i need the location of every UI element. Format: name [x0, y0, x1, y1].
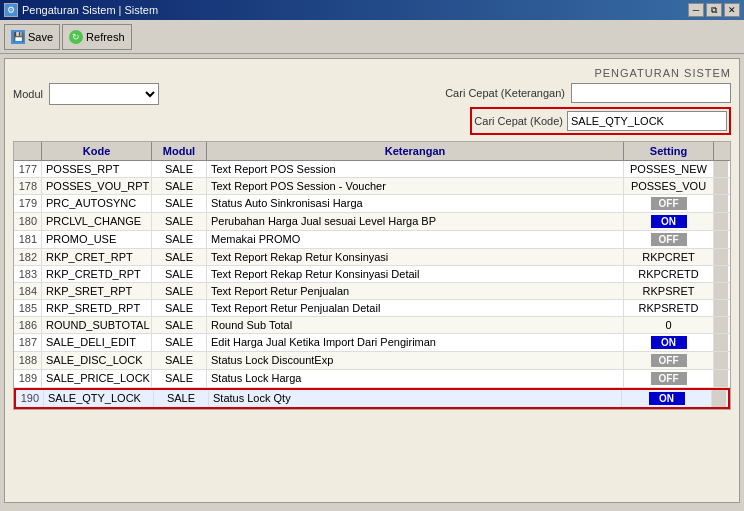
table-row[interactable]: 180 PRCLVL_CHANGE SALE Perubahan Harga J…	[14, 213, 730, 231]
table-row[interactable]: 183 RKP_CRETD_RPT SALE Text Report Rekap…	[14, 266, 730, 283]
cell-num: 178	[14, 178, 42, 194]
save-icon: 💾	[11, 30, 25, 44]
table-row[interactable]: 189 SALE_PRICE_LOCK SALE Status Lock Har…	[14, 370, 730, 388]
cell-num: 177	[14, 161, 42, 177]
cell-setting: OFF	[624, 370, 714, 387]
cell-kode: RKP_SRETD_RPT	[42, 300, 152, 316]
modul-select[interactable]	[49, 83, 159, 105]
cell-modul: SALE	[152, 283, 207, 299]
setting-text: RKPSRET	[643, 285, 695, 297]
cari-kode-input[interactable]	[567, 111, 727, 131]
refresh-icon: ↻	[69, 30, 83, 44]
cell-kode: RKP_SRET_RPT	[42, 283, 152, 299]
cell-scroll	[714, 178, 728, 194]
setting-badge-off: OFF	[651, 354, 687, 367]
setting-text: RKPCRETD	[638, 268, 699, 280]
table-row[interactable]: 177 POSSES_RPT SALE Text Report POS Sess…	[14, 161, 730, 178]
cell-scroll	[714, 352, 728, 369]
form-area: Modul Cari Cepat (Keterangan) Cari Cepat…	[13, 83, 731, 135]
refresh-label: Refresh	[86, 31, 125, 43]
cell-setting: OFF	[624, 195, 714, 212]
cell-num: 182	[14, 249, 42, 265]
cari-kode-label: Cari Cepat (Kode)	[474, 115, 563, 127]
cell-keterangan: Status Auto Sinkronisasi Harga	[207, 195, 624, 212]
setting-text: 0	[665, 319, 671, 331]
table-row[interactable]: 187 SALE_DELI_EDIT SALE Edit Harga Jual …	[14, 334, 730, 352]
cell-scroll	[714, 195, 728, 212]
cell-modul: SALE	[152, 249, 207, 265]
cell-setting: 0	[624, 317, 714, 333]
setting-text: RKPCRET	[642, 251, 695, 263]
cell-scroll	[714, 249, 728, 265]
cell-scroll	[714, 300, 728, 316]
table-row[interactable]: 184 RKP_SRET_RPT SALE Text Report Retur …	[14, 283, 730, 300]
cell-modul: SALE	[152, 195, 207, 212]
cell-modul: SALE	[152, 213, 207, 230]
refresh-button[interactable]: ↻ Refresh	[62, 24, 132, 50]
cell-scroll	[714, 317, 728, 333]
cell-kode: SALE_DELI_EDIT	[42, 334, 152, 351]
col-setting: Setting	[624, 142, 714, 160]
cari-cepat-row: Cari Cepat (Keterangan)	[445, 83, 731, 103]
cell-modul: SALE	[152, 231, 207, 248]
restore-button[interactable]: ⧉	[706, 3, 722, 17]
table-row[interactable]: 178 POSSES_VOU_RPT SALE Text Report POS …	[14, 178, 730, 195]
cell-num: 185	[14, 300, 42, 316]
cari-cepat-input[interactable]	[571, 83, 731, 103]
minimize-button[interactable]: ─	[688, 3, 704, 17]
form-right: Cari Cepat (Keterangan) Cari Cepat (Kode…	[445, 83, 731, 135]
table-row[interactable]: 179 PRC_AUTOSYNC SALE Status Auto Sinkro…	[14, 195, 730, 213]
cell-num: 180	[14, 213, 42, 230]
cell-keterangan: Text Report POS Session	[207, 161, 624, 177]
data-table: Kode Modul Keterangan Setting 177 POSSES…	[13, 141, 731, 410]
save-button[interactable]: 💾 Save	[4, 24, 60, 50]
cell-modul: SALE	[152, 317, 207, 333]
col-num	[14, 142, 42, 160]
table-row[interactable]: 186 ROUND_SUBTOTAL SALE Round Sub Total …	[14, 317, 730, 334]
cell-keterangan: Edit Harga Jual Ketika Import Dari Pengi…	[207, 334, 624, 351]
table-row[interactable]: 185 RKP_SRETD_RPT SALE Text Report Retur…	[14, 300, 730, 317]
setting-badge-on: ON	[651, 215, 687, 228]
cell-modul: SALE	[152, 370, 207, 387]
cell-num: 186	[14, 317, 42, 333]
cell-setting: OFF	[624, 231, 714, 248]
title-bar: ⚙ Pengaturan Sistem | Sistem ─ ⧉ ✕	[0, 0, 744, 20]
cell-num: 184	[14, 283, 42, 299]
cell-modul: SALE	[152, 352, 207, 369]
cell-kode: RKP_CRET_RPT	[42, 249, 152, 265]
table-row[interactable]: 188 SALE_DISC_LOCK SALE Status Lock Disc…	[14, 352, 730, 370]
setting-badge-off: OFF	[651, 197, 687, 210]
close-button[interactable]: ✕	[724, 3, 740, 17]
cell-setting: ON	[622, 390, 712, 407]
setting-text: POSSES_VOU	[631, 180, 706, 192]
cell-setting: RKPCRETD	[624, 266, 714, 282]
table-row[interactable]: 190 SALE_QTY_LOCK SALE Status Lock Qty O…	[14, 388, 730, 409]
cell-kode: SALE_QTY_LOCK	[44, 390, 154, 407]
cell-modul: SALE	[152, 334, 207, 351]
main-content: PENGATURAN SISTEM Modul Cari Cepat (Kete…	[4, 58, 740, 503]
table-body: 177 POSSES_RPT SALE Text Report POS Sess…	[14, 161, 730, 409]
cell-num: 190	[16, 390, 44, 407]
col-scroll	[714, 142, 730, 160]
cari-cepat-label: Cari Cepat (Keterangan)	[445, 87, 565, 99]
cell-kode: PRC_AUTOSYNC	[42, 195, 152, 212]
cell-keterangan: Status Lock Harga	[207, 370, 624, 387]
cell-keterangan: Status Lock DiscountExp	[207, 352, 624, 369]
page-header-row: PENGATURAN SISTEM	[13, 67, 731, 79]
setting-badge-off: OFF	[651, 372, 687, 385]
setting-badge-on: ON	[649, 392, 685, 405]
cell-setting: POSSES_VOU	[624, 178, 714, 194]
cell-keterangan: Status Lock Qty	[209, 390, 622, 407]
cell-kode: ROUND_SUBTOTAL	[42, 317, 152, 333]
cell-scroll	[714, 266, 728, 282]
cell-kode: SALE_PRICE_LOCK	[42, 370, 152, 387]
cell-scroll	[714, 231, 728, 248]
cell-setting: RKPSRET	[624, 283, 714, 299]
cell-modul: SALE	[154, 390, 209, 407]
cell-num: 181	[14, 231, 42, 248]
window-controls: ─ ⧉ ✕	[688, 3, 740, 17]
table-row[interactable]: 181 PROMO_USE SALE Memakai PROMO OFF	[14, 231, 730, 249]
cell-setting: RKPCRET	[624, 249, 714, 265]
table-row[interactable]: 182 RKP_CRET_RPT SALE Text Report Rekap …	[14, 249, 730, 266]
cell-kode: POSSES_VOU_RPT	[42, 178, 152, 194]
